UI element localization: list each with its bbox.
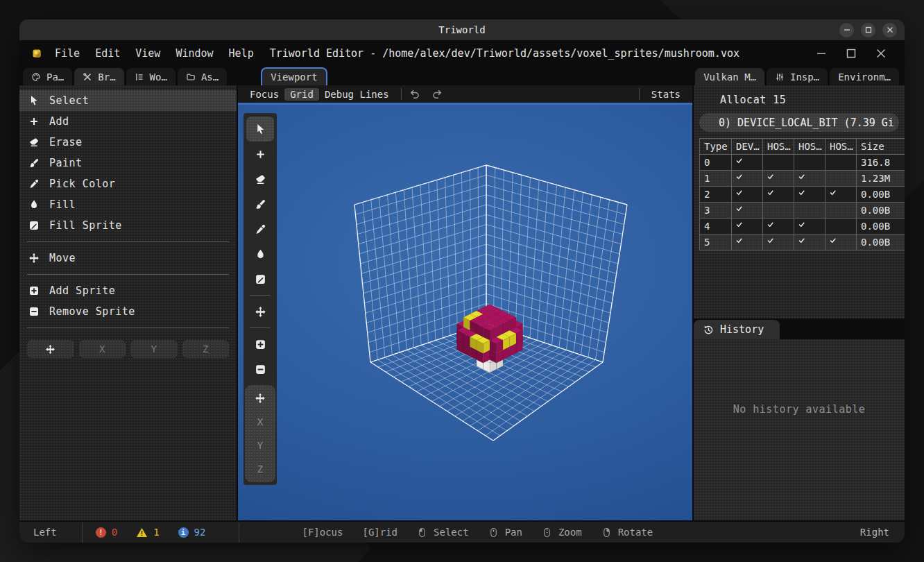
table-header-row: TypeDEV…HOS…HOS…HOS…Size bbox=[700, 139, 905, 155]
warning-counter[interactable]: 1 bbox=[136, 527, 159, 538]
viewport-3d-canvas[interactable]: XYZ bbox=[238, 105, 692, 520]
error-icon: ! bbox=[96, 527, 106, 538]
tool-select[interactable]: Select bbox=[19, 90, 237, 111]
tool-move[interactable]: Move bbox=[19, 248, 237, 269]
cell-flag bbox=[732, 203, 763, 219]
heap-collapsible-header[interactable]: 0) DEVICE_LOCAL_BIT (7.39 Gi bbox=[699, 113, 899, 132]
column-header[interactable]: HOS… bbox=[763, 139, 794, 155]
minimize-button[interactable] bbox=[839, 23, 854, 37]
column-header[interactable]: HOS… bbox=[794, 139, 825, 155]
tool-paint[interactable]: Paint bbox=[19, 153, 237, 173]
app-close-button[interactable] bbox=[875, 48, 887, 59]
tab-environm[interactable]: Environm… bbox=[830, 68, 899, 85]
tab-pa[interactable]: Pa… bbox=[23, 68, 72, 85]
cell-size: 316.8 bbox=[857, 155, 905, 171]
menu-window[interactable]: Window bbox=[168, 47, 221, 60]
history-tab[interactable]: History bbox=[694, 320, 780, 339]
menu-file[interactable]: File bbox=[47, 47, 87, 60]
table-row[interactable]: 40.00B bbox=[700, 219, 905, 235]
table-row[interactable]: 50.00B bbox=[700, 235, 905, 250]
tool-pick-color[interactable]: Pick Color bbox=[19, 173, 237, 194]
vp-focus-button[interactable]: Focus bbox=[244, 88, 284, 101]
menu-help[interactable]: Help bbox=[221, 47, 262, 60]
redo-button[interactable] bbox=[431, 89, 443, 100]
system-titlebar[interactable]: Triworld bbox=[19, 19, 905, 40]
side-tool-brush[interactable] bbox=[246, 191, 274, 216]
maximize-button[interactable] bbox=[861, 23, 875, 37]
tab-vulkan-m[interactable]: Vulkan M… bbox=[695, 68, 764, 85]
menu-edit[interactable]: Edit bbox=[87, 47, 128, 60]
column-header[interactable]: Type bbox=[700, 139, 732, 155]
column-header[interactable]: DEV… bbox=[732, 139, 763, 155]
history-body: No history available bbox=[694, 339, 905, 520]
error-counter[interactable]: ! 0 bbox=[96, 527, 117, 538]
vulkan-memory-panel: Allocat 15 0) DEVICE_LOCAL_BIT (7.39 Gi … bbox=[694, 85, 905, 318]
divider bbox=[27, 241, 229, 242]
close-button[interactable] bbox=[882, 23, 897, 37]
side-axis-y-button[interactable]: Y bbox=[246, 434, 274, 457]
check-icon bbox=[767, 221, 776, 230]
side-tool-dropper[interactable] bbox=[246, 216, 274, 241]
side-tool-droplet[interactable] bbox=[246, 241, 274, 266]
side-tool-plus-square[interactable] bbox=[246, 332, 274, 357]
system-window-buttons bbox=[839, 23, 905, 37]
plus-square-icon bbox=[255, 339, 266, 350]
dock-tabstrip: Pa…Br…Wo…As…ViewportVulkan M…Insp…Enviro… bbox=[19, 67, 905, 85]
tab-viewport[interactable]: Viewport bbox=[261, 67, 327, 85]
pencil-square-icon bbox=[255, 273, 266, 285]
tab-as[interactable]: As… bbox=[178, 68, 227, 85]
side-tool-eraser[interactable] bbox=[246, 167, 274, 191]
side-tool-minus-square[interactable] bbox=[246, 357, 274, 382]
minimize-icon bbox=[816, 49, 826, 58]
tool-label: Paint bbox=[49, 157, 83, 169]
tool-fill[interactable]: Fill bbox=[19, 194, 237, 215]
tool-label: Fill bbox=[49, 198, 76, 211]
tool-erase[interactable]: Erase bbox=[19, 132, 237, 153]
minimize-icon bbox=[844, 26, 850, 33]
tab-wo[interactable]: Wo… bbox=[126, 68, 176, 85]
move-icon bbox=[28, 253, 40, 264]
check-icon bbox=[736, 157, 744, 166]
menu-items: FileEditViewWindowHelp bbox=[47, 47, 262, 60]
side-tool-pencil-square[interactable] bbox=[246, 266, 274, 291]
table-row[interactable]: 20.00B bbox=[700, 187, 905, 203]
side-tool-plus[interactable] bbox=[246, 142, 274, 167]
tab-insp[interactable]: Insp… bbox=[767, 68, 828, 85]
tool-fill-sprite[interactable]: Fill Sprite bbox=[19, 215, 237, 236]
undo-button[interactable] bbox=[409, 89, 420, 100]
tab-br[interactable]: Br… bbox=[74, 68, 123, 85]
axis-y-button[interactable]: Y bbox=[130, 340, 178, 358]
axis-x-button[interactable]: X bbox=[79, 340, 126, 358]
move-axis-buttons: XYZ bbox=[19, 334, 237, 364]
column-header[interactable]: Size bbox=[857, 139, 905, 155]
move-all-button[interactable] bbox=[27, 340, 74, 358]
table-row[interactable]: 11.23M bbox=[700, 171, 905, 187]
vp-debug-lines-button[interactable]: Debug Lines bbox=[319, 88, 395, 101]
vp-stats-button[interactable]: Stats bbox=[646, 88, 686, 101]
tool-remove-sprite[interactable]: Remove Sprite bbox=[19, 301, 237, 322]
table-row[interactable]: 0316.8 bbox=[700, 155, 905, 171]
column-header[interactable]: HOS… bbox=[825, 139, 857, 155]
move-icon bbox=[255, 393, 266, 404]
maximize-icon bbox=[846, 49, 856, 58]
menu-view[interactable]: View bbox=[128, 47, 168, 60]
cell-type: 3 bbox=[700, 203, 732, 219]
app-maximize-button[interactable] bbox=[846, 48, 857, 59]
vp-grid-button[interactable]: Grid bbox=[284, 88, 319, 101]
side-axis-z-button[interactable]: Z bbox=[246, 457, 274, 481]
side-tool-cursor[interactable] bbox=[246, 117, 274, 142]
cell-flag bbox=[732, 171, 763, 187]
tool-label: Add bbox=[49, 115, 69, 128]
axis-z-button[interactable]: Z bbox=[182, 340, 230, 358]
check-icon bbox=[736, 189, 744, 198]
info-counter[interactable]: i 92 bbox=[178, 527, 206, 538]
side-axis-x-button[interactable]: X bbox=[246, 410, 274, 434]
tool-add-sprite[interactable]: Add Sprite bbox=[19, 280, 237, 301]
cell-type: 4 bbox=[700, 219, 732, 235]
app-logo-icon bbox=[31, 47, 43, 60]
side-move-all-button[interactable] bbox=[246, 386, 274, 410]
side-tool-move[interactable] bbox=[246, 299, 274, 324]
table-row[interactable]: 30.00B bbox=[700, 203, 905, 219]
tool-add[interactable]: Add bbox=[19, 111, 237, 132]
app-minimize-button[interactable] bbox=[816, 48, 827, 59]
